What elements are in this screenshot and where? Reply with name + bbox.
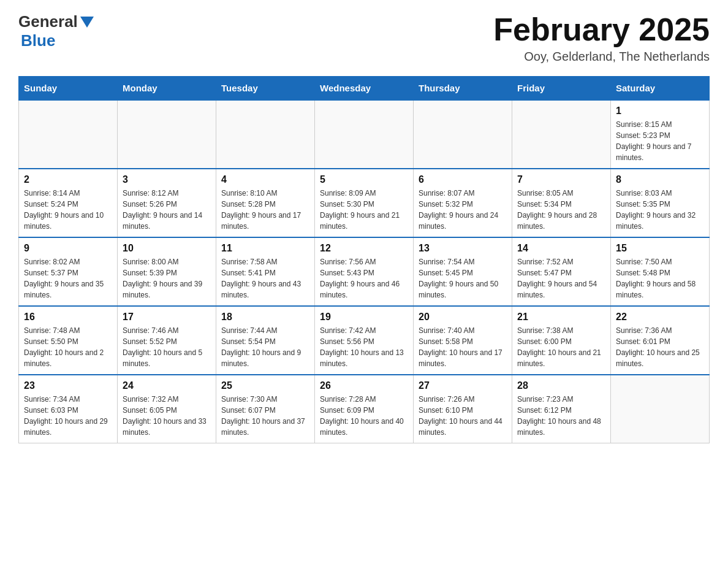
day-number: 21: [517, 312, 605, 323]
calendar-title: February 2025: [493, 12, 710, 47]
logo-triangle-icon: [80, 17, 94, 28]
day-info: Sunrise: 8:05 AMSunset: 5:34 PMDaylight:…: [517, 188, 605, 232]
day-info: Sunrise: 8:10 AMSunset: 5:28 PMDaylight:…: [221, 188, 309, 232]
calendar-week-row: 16Sunrise: 7:48 AMSunset: 5:50 PMDayligh…: [19, 306, 710, 375]
day-number: 25: [221, 380, 309, 391]
calendar-cell: 19Sunrise: 7:42 AMSunset: 5:56 PMDayligh…: [315, 306, 414, 375]
logo-general-text: General: [18, 12, 78, 31]
calendar-cell: [611, 375, 710, 443]
day-number: 14: [517, 243, 605, 254]
calendar-cell: 24Sunrise: 7:32 AMSunset: 6:05 PMDayligh…: [118, 375, 216, 443]
day-info: Sunrise: 8:07 AMSunset: 5:32 PMDaylight:…: [419, 188, 507, 232]
day-number: 5: [320, 174, 408, 185]
calendar-cell: 13Sunrise: 7:54 AMSunset: 5:45 PMDayligh…: [414, 237, 512, 306]
col-wednesday: Wednesday: [315, 77, 414, 101]
day-number: 10: [123, 243, 211, 254]
calendar-cell: 10Sunrise: 8:00 AMSunset: 5:39 PMDayligh…: [118, 237, 216, 306]
calendar-subtitle: Ooy, Gelderland, The Netherlands: [493, 50, 710, 64]
day-info: Sunrise: 8:02 AMSunset: 5:37 PMDaylight:…: [24, 256, 112, 301]
calendar-cell: 5Sunrise: 8:09 AMSunset: 5:30 PMDaylight…: [315, 169, 414, 237]
calendar-cell: 15Sunrise: 7:50 AMSunset: 5:48 PMDayligh…: [611, 237, 710, 306]
day-info: Sunrise: 7:42 AMSunset: 5:56 PMDaylight:…: [320, 325, 408, 369]
day-info: Sunrise: 7:54 AMSunset: 5:45 PMDaylight:…: [419, 256, 507, 301]
day-info: Sunrise: 8:14 AMSunset: 5:24 PMDaylight:…: [24, 188, 112, 232]
col-sunday: Sunday: [19, 77, 118, 101]
col-tuesday: Tuesday: [216, 77, 315, 101]
day-number: 9: [24, 243, 112, 254]
day-number: 27: [419, 380, 507, 391]
day-info: Sunrise: 8:03 AMSunset: 5:35 PMDaylight:…: [616, 188, 704, 232]
calendar-week-row: 23Sunrise: 7:34 AMSunset: 6:03 PMDayligh…: [19, 375, 710, 443]
logo-blue-text: Blue: [21, 31, 55, 50]
day-number: 4: [221, 174, 309, 185]
calendar-cell: [118, 100, 216, 169]
day-info: Sunrise: 7:30 AMSunset: 6:07 PMDaylight:…: [221, 394, 309, 438]
day-number: 13: [419, 243, 507, 254]
day-number: 15: [616, 243, 704, 254]
calendar-cell: 28Sunrise: 7:23 AMSunset: 6:12 PMDayligh…: [512, 375, 611, 443]
calendar-cell: 16Sunrise: 7:48 AMSunset: 5:50 PMDayligh…: [19, 306, 118, 375]
calendar-cell: 18Sunrise: 7:44 AMSunset: 5:54 PMDayligh…: [216, 306, 315, 375]
calendar-cell: [414, 100, 512, 169]
day-info: Sunrise: 7:40 AMSunset: 5:58 PMDaylight:…: [419, 325, 507, 369]
day-number: 6: [419, 174, 507, 185]
day-info: Sunrise: 7:36 AMSunset: 6:01 PMDaylight:…: [616, 325, 704, 369]
calendar-cell: [19, 100, 118, 169]
day-info: Sunrise: 7:46 AMSunset: 5:52 PMDaylight:…: [123, 325, 211, 369]
day-number: 23: [24, 380, 112, 391]
day-number: 28: [517, 380, 605, 391]
day-number: 3: [123, 174, 211, 185]
calendar-cell: 12Sunrise: 7:56 AMSunset: 5:43 PMDayligh…: [315, 237, 414, 306]
day-number: 18: [221, 312, 309, 323]
title-block: February 2025 Ooy, Gelderland, The Nethe…: [493, 12, 710, 64]
day-number: 26: [320, 380, 408, 391]
col-saturday: Saturday: [611, 77, 710, 101]
day-info: Sunrise: 7:32 AMSunset: 6:05 PMDaylight:…: [123, 394, 211, 438]
day-info: Sunrise: 7:34 AMSunset: 6:03 PMDaylight:…: [24, 394, 112, 438]
day-info: Sunrise: 8:00 AMSunset: 5:39 PMDaylight:…: [123, 256, 211, 301]
svg-marker-0: [80, 17, 94, 28]
calendar-cell: [216, 100, 315, 169]
day-number: 2: [24, 174, 112, 185]
calendar-week-row: 1Sunrise: 8:15 AMSunset: 5:23 PMDaylight…: [19, 100, 710, 169]
calendar-cell: 1Sunrise: 8:15 AMSunset: 5:23 PMDaylight…: [611, 100, 710, 169]
day-info: Sunrise: 8:15 AMSunset: 5:23 PMDaylight:…: [616, 119, 704, 163]
day-number: 7: [517, 174, 605, 185]
calendar-cell: 27Sunrise: 7:26 AMSunset: 6:10 PMDayligh…: [414, 375, 512, 443]
calendar-cell: 11Sunrise: 7:58 AMSunset: 5:41 PMDayligh…: [216, 237, 315, 306]
calendar-cell: [315, 100, 414, 169]
day-info: Sunrise: 7:23 AMSunset: 6:12 PMDaylight:…: [517, 394, 605, 438]
calendar-cell: 20Sunrise: 7:40 AMSunset: 5:58 PMDayligh…: [414, 306, 512, 375]
calendar-cell: 26Sunrise: 7:28 AMSunset: 6:09 PMDayligh…: [315, 375, 414, 443]
calendar-cell: 21Sunrise: 7:38 AMSunset: 6:00 PMDayligh…: [512, 306, 611, 375]
day-info: Sunrise: 8:09 AMSunset: 5:30 PMDaylight:…: [320, 188, 408, 232]
logo: General Blue: [18, 12, 95, 50]
col-monday: Monday: [118, 77, 216, 101]
calendar-cell: 8Sunrise: 8:03 AMSunset: 5:35 PMDaylight…: [611, 169, 710, 237]
day-info: Sunrise: 8:12 AMSunset: 5:26 PMDaylight:…: [123, 188, 211, 232]
col-friday: Friday: [512, 77, 611, 101]
day-number: 12: [320, 243, 408, 254]
day-info: Sunrise: 7:38 AMSunset: 6:00 PMDaylight:…: [517, 325, 605, 369]
day-info: Sunrise: 7:48 AMSunset: 5:50 PMDaylight:…: [24, 325, 112, 369]
calendar-header-row: Sunday Monday Tuesday Wednesday Thursday…: [19, 77, 710, 101]
calendar-cell: 25Sunrise: 7:30 AMSunset: 6:07 PMDayligh…: [216, 375, 315, 443]
calendar-cell: 23Sunrise: 7:34 AMSunset: 6:03 PMDayligh…: [19, 375, 118, 443]
day-info: Sunrise: 7:28 AMSunset: 6:09 PMDaylight:…: [320, 394, 408, 438]
calendar-week-row: 2Sunrise: 8:14 AMSunset: 5:24 PMDaylight…: [19, 169, 710, 237]
col-thursday: Thursday: [414, 77, 512, 101]
day-number: 20: [419, 312, 507, 323]
day-number: 19: [320, 312, 408, 323]
calendar-cell: 7Sunrise: 8:05 AMSunset: 5:34 PMDaylight…: [512, 169, 611, 237]
calendar-cell: 6Sunrise: 8:07 AMSunset: 5:32 PMDaylight…: [414, 169, 512, 237]
calendar-week-row: 9Sunrise: 8:02 AMSunset: 5:37 PMDaylight…: [19, 237, 710, 306]
day-number: 24: [123, 380, 211, 391]
calendar-cell: 2Sunrise: 8:14 AMSunset: 5:24 PMDaylight…: [19, 169, 118, 237]
day-number: 11: [221, 243, 309, 254]
day-info: Sunrise: 7:50 AMSunset: 5:48 PMDaylight:…: [616, 256, 704, 301]
day-info: Sunrise: 7:58 AMSunset: 5:41 PMDaylight:…: [221, 256, 309, 301]
calendar-cell: 9Sunrise: 8:02 AMSunset: 5:37 PMDaylight…: [19, 237, 118, 306]
day-number: 8: [616, 174, 704, 185]
day-number: 1: [616, 105, 704, 117]
day-info: Sunrise: 7:44 AMSunset: 5:54 PMDaylight:…: [221, 325, 309, 369]
